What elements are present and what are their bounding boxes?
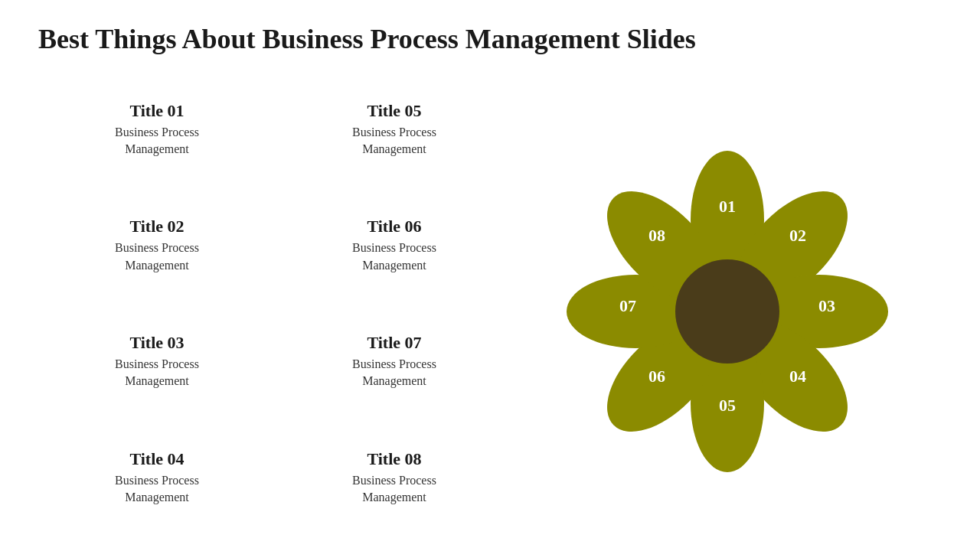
svg-point-16 <box>675 259 779 364</box>
item-title-05: Title 05 <box>367 101 421 121</box>
item-title-03: Title 03 <box>129 333 184 353</box>
item-01: Title 01 Business ProcessManagement <box>38 71 276 187</box>
item-06: Title 06 Business ProcessManagement <box>276 187 513 304</box>
svg-text:02: 02 <box>789 226 806 245</box>
content-area: Title 01 Business ProcessManagement Titl… <box>38 71 942 536</box>
item-desc-03: Business ProcessManagement <box>115 356 199 390</box>
item-desc-07: Business ProcessManagement <box>352 356 436 390</box>
svg-text:08: 08 <box>648 226 665 245</box>
svg-text:03: 03 <box>818 296 835 315</box>
item-04: Title 04 Business ProcessManagement <box>38 419 276 536</box>
item-title-02: Title 02 <box>129 217 184 236</box>
item-desc-04: Business ProcessManagement <box>115 472 199 507</box>
item-desc-08: Business ProcessManagement <box>352 472 436 507</box>
flower-graphic: 01 02 03 04 <box>567 105 888 503</box>
item-title-06: Title 06 <box>367 217 421 236</box>
svg-text:01: 01 <box>719 197 736 216</box>
item-title-08: Title 08 <box>367 449 421 469</box>
item-08: Title 08 Business ProcessManagement <box>276 419 513 536</box>
page: Best Things About Business Process Manag… <box>0 0 980 551</box>
item-title-01: Title 01 <box>129 101 184 121</box>
svg-text:07: 07 <box>619 296 636 315</box>
svg-text:04: 04 <box>789 367 806 386</box>
item-07: Title 07 Business ProcessManagement <box>276 304 513 420</box>
item-title-04: Title 04 <box>129 449 184 469</box>
flower-diagram: 01 02 03 04 <box>513 71 942 536</box>
page-title: Best Things About Business Process Manag… <box>38 23 942 56</box>
item-02: Title 02 Business ProcessManagement <box>38 187 276 304</box>
svg-text:06: 06 <box>648 367 665 386</box>
item-desc-01: Business ProcessManagement <box>115 124 199 158</box>
item-title-07: Title 07 <box>367 333 421 353</box>
item-05: Title 05 Business ProcessManagement <box>276 71 513 187</box>
item-desc-05: Business ProcessManagement <box>352 124 436 158</box>
svg-text:05: 05 <box>719 396 736 415</box>
item-desc-06: Business ProcessManagement <box>352 240 436 274</box>
item-desc-02: Business ProcessManagement <box>115 240 199 274</box>
item-03: Title 03 Business ProcessManagement <box>38 304 276 420</box>
items-grid: Title 01 Business ProcessManagement Titl… <box>38 71 513 536</box>
